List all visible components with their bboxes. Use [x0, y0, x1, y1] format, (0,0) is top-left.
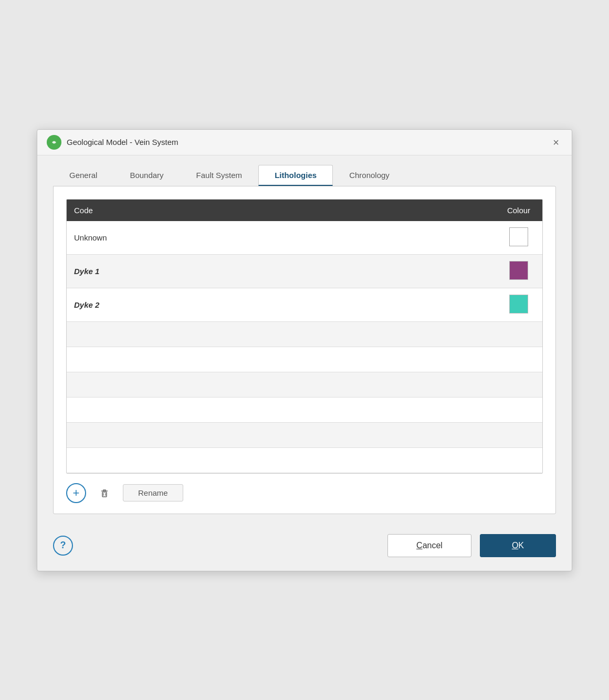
table-header-row: Code Colour	[67, 200, 542, 221]
window-title: Geological Model - Vein System	[67, 138, 178, 147]
cell-code	[67, 397, 495, 422]
cell-code	[67, 447, 495, 473]
tab-fault-system[interactable]: Fault System	[180, 165, 259, 186]
tab-boundary[interactable]: Boundary	[113, 165, 180, 186]
cell-colour	[495, 422, 542, 447]
table-row[interactable]: Dyke 2	[67, 288, 542, 321]
add-button[interactable]: +	[66, 483, 86, 503]
ok-underline: O	[512, 541, 518, 550]
delete-button[interactable]	[94, 483, 114, 503]
cancel-label: Cancel	[416, 541, 443, 550]
title-bar: Geological Model - Vein System ×	[37, 130, 572, 155]
col-header-colour: Colour	[495, 200, 542, 221]
cell-code: Dyke 1	[67, 254, 495, 288]
footer-actions: Cancel OK	[387, 534, 556, 557]
title-bar-left: Geological Model - Vein System	[47, 135, 178, 150]
colour-swatch[interactable]	[509, 261, 528, 280]
table-row[interactable]: Unknown	[67, 221, 542, 255]
help-button[interactable]: ?	[53, 536, 73, 556]
cell-colour	[495, 347, 542, 372]
cell-colour	[495, 447, 542, 473]
col-header-code: Code	[67, 200, 495, 221]
cell-code	[67, 321, 495, 347]
cell-colour[interactable]	[495, 254, 542, 288]
table-row[interactable]	[67, 422, 542, 447]
table-row[interactable]	[67, 447, 542, 473]
app-icon	[47, 135, 61, 150]
tab-lithologies[interactable]: Lithologies	[258, 165, 333, 186]
cancel-underline: C	[416, 541, 423, 550]
svg-rect-1	[102, 492, 107, 497]
table-row[interactable]	[67, 397, 542, 422]
table-row[interactable]: Dyke 1	[67, 254, 542, 288]
tab-general[interactable]: General	[53, 165, 113, 186]
content-area: Code Colour UnknownDyke 1Dyke 2 +	[53, 186, 556, 514]
lithologies-table: Code Colour UnknownDyke 1Dyke 2	[67, 200, 542, 473]
close-button[interactable]: ×	[550, 136, 562, 149]
trash-icon	[99, 487, 110, 499]
ok-button[interactable]: OK	[480, 534, 556, 557]
cell-code	[67, 372, 495, 397]
lithologies-table-wrapper: Code Colour UnknownDyke 1Dyke 2	[66, 199, 543, 474]
cell-code: Unknown	[67, 221, 495, 255]
tab-chronology[interactable]: Chronology	[333, 165, 406, 186]
colour-swatch[interactable]	[509, 295, 528, 314]
cell-colour	[495, 372, 542, 397]
cell-code	[67, 422, 495, 447]
tabs-bar: General Boundary Fault System Lithologie…	[37, 155, 572, 186]
rename-button[interactable]: Rename	[123, 484, 183, 502]
table-toolbar: + Rename	[66, 483, 543, 503]
table-row[interactable]	[67, 372, 542, 397]
cell-colour[interactable]	[495, 221, 542, 255]
table-row[interactable]	[67, 347, 542, 372]
table-row[interactable]	[67, 321, 542, 347]
cell-colour	[495, 397, 542, 422]
cell-code	[67, 347, 495, 372]
cell-colour	[495, 321, 542, 347]
footer: ? Cancel OK	[37, 525, 572, 571]
cancel-button[interactable]: Cancel	[387, 534, 471, 557]
dialog: Geological Model - Vein System × General…	[37, 129, 572, 571]
ok-label: OK	[512, 541, 524, 550]
cell-colour[interactable]	[495, 288, 542, 321]
cell-code: Dyke 2	[67, 288, 495, 321]
colour-swatch[interactable]	[509, 227, 528, 246]
